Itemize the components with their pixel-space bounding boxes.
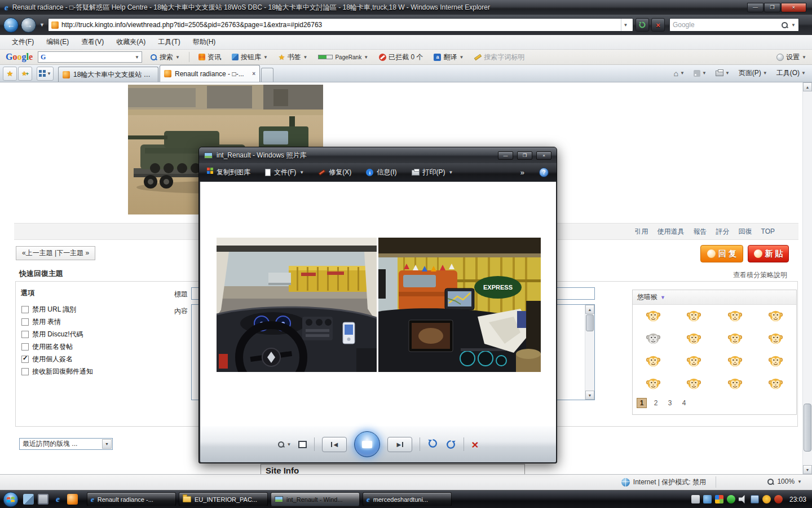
smiley[interactable] [674, 350, 715, 373]
smiley[interactable] [756, 373, 797, 395]
google-search-button[interactable]: 搜索▼ [147, 51, 183, 64]
print-menu-button[interactable]: 打印(P)▼ [412, 168, 453, 177]
menu-view[interactable]: 查看(V) [75, 34, 110, 50]
network-icon[interactable] [751, 495, 759, 503]
google-search-dropdown-icon[interactable]: ▼ [135, 55, 139, 60]
minimize-button[interactable]: — [747, 3, 764, 12]
minimize-button[interactable]: — [498, 151, 513, 160]
checkbox[interactable] [21, 318, 29, 326]
use-item-link[interactable]: 使用道具 [657, 227, 685, 237]
home-button[interactable]: ⌂▼ [670, 67, 688, 80]
google-button-gallery[interactable]: 按钮库▼ [229, 51, 271, 64]
smiley[interactable] [674, 305, 715, 327]
add-favorite-button[interactable]: ★+ [18, 67, 32, 81]
smiley[interactable] [756, 305, 797, 327]
tab-close-icon[interactable]: × [252, 71, 255, 77]
menu-file[interactable]: 文件(F) [6, 34, 40, 50]
menu-edit[interactable]: 编辑(E) [40, 34, 75, 50]
option-email-notify[interactable]: 接收新回復郵件通知 [21, 365, 93, 378]
checkbox[interactable] [21, 331, 29, 338]
fix-button[interactable]: 修复(X) [319, 168, 351, 177]
search-dropdown-icon[interactable]: ▼ [791, 23, 796, 28]
smiley-page-3[interactable]: 3 [665, 398, 675, 408]
tab-renault-radiance[interactable]: Renault radiance - □-... × [160, 65, 260, 82]
page-menu-button[interactable]: 页面(P)▼ [735, 66, 771, 80]
scroll-down-icon[interactable]: ▼ [803, 465, 812, 474]
smiley[interactable] [633, 305, 674, 327]
scrollbar-thumb[interactable] [586, 314, 594, 331]
toolbar-overflow-button[interactable]: » [520, 168, 524, 177]
google-translate-button[interactable]: a 翻译▼ [431, 51, 466, 64]
checkbox-checked[interactable] [21, 356, 29, 363]
checkbox[interactable] [21, 306, 29, 313]
option-disable-smilies[interactable]: 禁用 表情 [21, 316, 93, 328]
tray-icon[interactable] [762, 495, 771, 503]
tray-icon[interactable] [727, 495, 735, 503]
new-post-button[interactable]: 新 貼 [748, 245, 789, 262]
fit-to-window-button[interactable] [298, 441, 307, 448]
scroll-up-icon[interactable]: ▲ [803, 82, 812, 91]
menu-tools[interactable]: 工具(T) [152, 34, 186, 50]
reply-button[interactable]: 回 复 [700, 245, 743, 262]
rotate-ccw-button[interactable] [427, 438, 438, 450]
top-link[interactable]: TOP [761, 227, 775, 235]
task-mercedeshardtuning[interactable]: e mercedeshardtuni... [363, 492, 452, 506]
smiley[interactable] [756, 350, 797, 373]
menu-favorites[interactable]: 收藏夹(A) [110, 34, 152, 50]
credit-policy-link[interactable]: 查看積分策略說明 [733, 270, 787, 280]
maximize-button[interactable]: ❐ [517, 151, 532, 160]
print-button[interactable]: ▼ [712, 68, 733, 78]
tray-icon[interactable] [715, 495, 723, 503]
scroll-down-icon[interactable]: ▼ [585, 391, 594, 400]
history-dropdown-icon[interactable]: ▼ [39, 22, 45, 28]
close-button[interactable]: × [781, 3, 806, 12]
tray-icon[interactable] [703, 495, 712, 503]
ie-quick-launch-icon[interactable]: e [52, 494, 63, 505]
url-input[interactable] [61, 21, 618, 29]
help-button[interactable]: ? [539, 168, 549, 177]
new-tab-stub[interactable] [261, 68, 273, 82]
checkbox[interactable] [21, 343, 29, 351]
start-button[interactable] [3, 492, 19, 507]
option-disable-discuz-code[interactable]: 禁用 Discuz!代碼 [21, 328, 93, 340]
switch-windows-icon[interactable] [38, 494, 48, 505]
quick-tabs-button[interactable]: ▼ [37, 67, 54, 81]
close-button[interactable]: × [536, 151, 551, 160]
search-input[interactable] [673, 21, 778, 29]
smiley[interactable] [714, 350, 756, 373]
google-settings-button[interactable]: 设置▼ [776, 52, 806, 62]
smiley[interactable] [756, 327, 797, 350]
chevron-down-icon[interactable]: ▼ [660, 295, 665, 300]
smiley-page-2[interactable]: 2 [651, 398, 661, 408]
show-desktop-icon[interactable] [23, 494, 34, 505]
stop-button[interactable]: × [651, 18, 665, 32]
zoom-button[interactable]: ▼ [277, 441, 291, 448]
google-pagerank[interactable]: PageRank▼ [315, 52, 371, 62]
smiley[interactable] [633, 350, 674, 373]
menu-help[interactable]: 帮助(H) [187, 34, 222, 50]
rotate-cw-button[interactable] [445, 439, 456, 450]
tray-icon[interactable] [691, 495, 700, 503]
info-button[interactable]: i 信息(I) [366, 168, 396, 177]
scrollbar-thumb[interactable] [804, 404, 811, 452]
smiley-page-4[interactable]: 4 [679, 398, 689, 408]
back-button[interactable]: ← [3, 17, 19, 33]
smiley[interactable] [674, 327, 715, 350]
forward-button[interactable]: → [21, 17, 36, 33]
google-bookmarks-button[interactable]: ★ 书签▼ [276, 51, 311, 64]
option-anonymous-post[interactable]: 使用匿名發帖 [21, 340, 93, 353]
search-icon[interactable] [781, 21, 788, 29]
task-renault-radiance[interactable]: e Renault radiance -... [87, 492, 176, 506]
slideshow-button[interactable] [354, 431, 380, 457]
checkbox[interactable] [21, 368, 29, 375]
google-popup-blocker[interactable]: 已拦截 0 个 [376, 51, 426, 64]
recent-forums-select[interactable]: 最近訪問的版塊 ... ▼ [19, 438, 113, 450]
google-search-input[interactable]: G ▼ [38, 51, 142, 63]
option-use-signature[interactable]: 使用個人簽名 [21, 353, 93, 365]
google-news-button[interactable]: 资讯 [196, 51, 224, 64]
google-highlight-button[interactable]: 搜索字词标明 [471, 51, 527, 64]
rate-link[interactable]: 評分 [716, 227, 730, 237]
tools-menu-button[interactable]: 工具(O)▼ [773, 66, 809, 80]
file-menu-button[interactable]: 文件(F)▼ [265, 168, 304, 177]
volume-icon[interactable] [739, 495, 747, 503]
